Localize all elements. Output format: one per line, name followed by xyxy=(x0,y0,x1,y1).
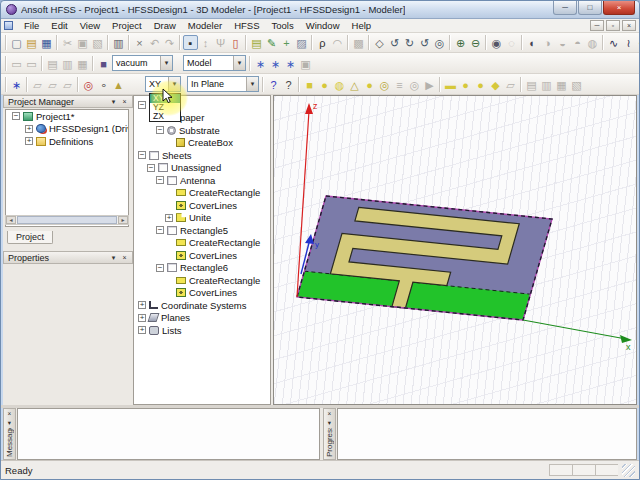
mdi-minimize-button[interactable]: ─ xyxy=(590,20,604,31)
expander-plus-icon[interactable]: + xyxy=(138,314,146,322)
tree-item-planes[interactable]: +Planes xyxy=(134,312,270,325)
menu-tools[interactable]: Tools xyxy=(266,20,300,31)
redo-icon[interactable]: ↷ xyxy=(162,35,177,50)
tree-item-createrectangle[interactable]: CreateRectangle xyxy=(134,274,270,287)
menu-draw[interactable]: Draw xyxy=(148,20,182,31)
tree-item-sheets[interactable]: −Sheets xyxy=(134,149,270,162)
paste-special-icon[interactable]: ▣ xyxy=(298,56,313,71)
rotate-screen-center-icon[interactable]: ↺ xyxy=(417,35,432,50)
move-y-icon[interactable]: ∗ xyxy=(268,56,283,71)
scrollbar-thumb[interactable] xyxy=(17,216,117,224)
boundary-display-icon[interactable]: ρ xyxy=(315,35,330,50)
tree-item-rectangle6[interactable]: −Rectangle6 xyxy=(134,262,270,275)
grid-plane-icon[interactable]: ▲ xyxy=(111,77,126,92)
material-combo-arrow-icon[interactable]: ▾ xyxy=(160,56,172,70)
draw-box-icon[interactable]: ■ xyxy=(302,77,317,92)
expander-minus-icon[interactable]: − xyxy=(156,176,164,184)
expander-plus-icon[interactable]: + xyxy=(138,301,146,309)
solve-loop-icon[interactable]: ◠ xyxy=(330,35,345,50)
draw-regular-polygon-icon[interactable]: ◆ xyxy=(488,77,503,92)
draw-ellipse-icon[interactable]: ● xyxy=(458,77,473,92)
scroll-right-icon[interactable]: ▸ xyxy=(118,216,128,224)
movement-mode-combo-arrow-icon[interactable]: ▾ xyxy=(246,77,258,91)
mdi-document-icon[interactable] xyxy=(4,21,13,30)
message-manager-close-icon[interactable]: × xyxy=(5,410,14,419)
paste-icon[interactable]: ▧ xyxy=(90,35,105,50)
open-file-icon[interactable]: ▤ xyxy=(24,35,39,50)
view-orientation-4-icon[interactable]: ◓ xyxy=(570,35,585,50)
help-pointer-icon[interactable]: ? xyxy=(281,77,296,92)
save-icon[interactable]: ▦ xyxy=(39,35,54,50)
expander-plus-icon[interactable]: + xyxy=(138,326,146,334)
results-icon[interactable]: ▨ xyxy=(294,35,309,50)
tree-item-project1[interactable]: −Project1* xyxy=(6,110,128,123)
copy-image-icon[interactable]: ▩ xyxy=(351,35,366,50)
expander-plus-icon[interactable]: + xyxy=(25,125,33,133)
tree-item-createrectangle[interactable]: CreateRectangle xyxy=(134,187,270,200)
draw-plane-surface-icon[interactable]: ▱ xyxy=(503,77,518,92)
duplicate-around-axis-icon[interactable]: ▥ xyxy=(539,77,554,92)
movement-mode-combo[interactable]: In Plane▾ xyxy=(187,76,259,92)
measure-mode-icon[interactable]: ▯ xyxy=(228,35,243,50)
view-orientation-5-icon[interactable]: ◍ xyxy=(585,35,600,50)
fit-all-icon[interactable]: ◌ xyxy=(504,35,519,50)
tree-item-unassigned[interactable]: −Unassigned xyxy=(134,162,270,175)
expander-plus-icon[interactable]: + xyxy=(165,214,173,222)
menu-view[interactable]: View xyxy=(74,20,106,31)
tree-item-substrate[interactable]: −Substrate xyxy=(134,124,270,137)
expander-minus-icon[interactable]: − xyxy=(138,101,146,109)
project-manager-pin-icon[interactable]: ▾ xyxy=(108,97,119,107)
close-button[interactable]: × xyxy=(603,1,635,15)
copy-icon[interactable]: ▣ xyxy=(75,35,90,50)
mdi-close-button[interactable]: × xyxy=(622,20,636,31)
project-manager-close-icon[interactable]: × xyxy=(119,97,130,107)
edit-cs-icon[interactable]: ▱ xyxy=(60,77,75,92)
expander-minus-icon[interactable]: − xyxy=(156,126,164,134)
solids-3d-mode-icon[interactable]: ■ xyxy=(96,56,111,71)
expander-minus-icon[interactable]: − xyxy=(156,226,164,234)
material-combo[interactable]: vacuum▾ xyxy=(112,55,173,71)
analyze-icon[interactable]: ✎ xyxy=(264,35,279,50)
tree-item-coverlines[interactable]: CoverLines xyxy=(134,287,270,300)
modeler-mode-combo[interactable]: Model▾ xyxy=(183,55,246,71)
duplicate-mirror-icon[interactable]: ▦ xyxy=(554,77,569,92)
modeler-3d-view[interactable]: x y z xyxy=(273,95,637,405)
undo-icon[interactable]: ↶ xyxy=(147,35,162,50)
delete-icon[interactable]: × xyxy=(132,35,147,50)
snap-mode-icon[interactable]: Ψ xyxy=(213,35,228,50)
draw-arc-3pt-icon[interactable]: ◠ xyxy=(636,35,640,50)
title-bar[interactable]: Ansoft HFSS - Project1 - HFSSDesign1 - 3… xyxy=(1,1,639,19)
properties-pin-icon[interactable]: ▾ xyxy=(108,253,119,263)
properties-close-icon[interactable]: × xyxy=(119,253,130,263)
project-tree-hscrollbar[interactable]: ◂ ▸ xyxy=(5,215,129,225)
draw-point-icon[interactable]: ∘ xyxy=(96,77,111,92)
menu-file[interactable]: File xyxy=(18,20,45,31)
draw-rectangle-icon[interactable]: ▬ xyxy=(443,77,458,92)
draw-spline-icon[interactable]: ≀ xyxy=(621,35,636,50)
draw-polyhedron-icon[interactable]: ◍ xyxy=(332,77,347,92)
validate-icon[interactable]: ▤ xyxy=(249,35,264,50)
draw-torus-icon[interactable]: ◎ xyxy=(377,77,392,92)
move-z-icon[interactable]: ∗ xyxy=(283,56,298,71)
menu-project[interactable]: Project xyxy=(106,20,148,31)
message-manager-pin-icon[interactable]: ▾ xyxy=(5,419,14,428)
tree-item-rectangle5[interactable]: −Rectangle5 xyxy=(134,224,270,237)
scroll-left-icon[interactable]: ◂ xyxy=(6,216,16,224)
tree-item-definitions[interactable]: +Definitions xyxy=(6,135,128,148)
draw-sphere-icon[interactable]: ● xyxy=(362,77,377,92)
draw-circle-icon[interactable]: ● xyxy=(473,77,488,92)
move-x-icon[interactable]: ∗ xyxy=(253,56,268,71)
select-object-icon[interactable]: ▪ xyxy=(183,35,198,50)
expander-minus-icon[interactable]: − xyxy=(12,112,20,120)
expander-plus-icon[interactable]: + xyxy=(25,137,33,145)
draw-line-icon[interactable]: ∿ xyxy=(606,35,621,50)
progress-pin-icon[interactable]: ▾ xyxy=(325,419,334,428)
boolean-unite-icon[interactable]: ▥ xyxy=(60,56,75,71)
mdi-restore-button[interactable]: ▫ xyxy=(606,20,620,31)
tree-item-lists[interactable]: +Lists xyxy=(134,324,270,337)
boolean-intersect-icon[interactable]: ▦ xyxy=(75,56,90,71)
menu-modeler[interactable]: Modeler xyxy=(182,20,228,31)
zoom-window-icon[interactable]: ◉ xyxy=(489,35,504,50)
maximize-button[interactable]: □ xyxy=(578,1,602,15)
boolean-subtract-icon[interactable]: ▤ xyxy=(45,56,60,71)
